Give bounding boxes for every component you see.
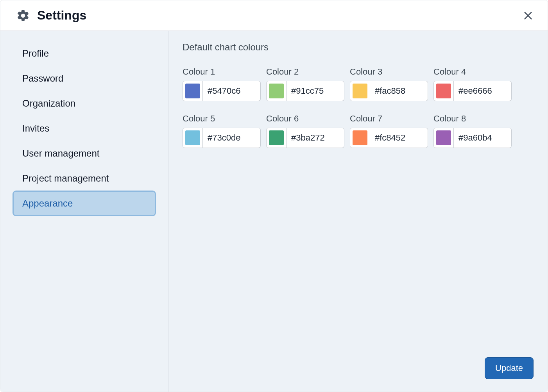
update-button[interactable]: Update <box>485 357 534 379</box>
sidebar-item-appearance[interactable]: Appearance <box>14 192 155 215</box>
colour-input-wrap <box>183 128 261 148</box>
colour-swatch-8[interactable] <box>433 128 454 148</box>
colour-input-wrap <box>183 81 261 101</box>
colour-cell-7: Colour 7 <box>350 114 428 148</box>
sidebar-item-user-management[interactable]: User management <box>14 142 155 165</box>
colour-hex-input-7[interactable] <box>370 128 428 148</box>
close-button[interactable] <box>523 10 534 21</box>
swatch-inner <box>436 84 451 98</box>
modal-body: Profile Password Organization Invites Us… <box>0 31 548 392</box>
settings-modal: Settings Profile Password Organization I… <box>0 0 548 392</box>
colour-cell-5: Colour 5 <box>183 114 261 148</box>
modal-header: Settings <box>0 0 548 31</box>
section-title: Default chart colours <box>183 42 534 53</box>
colour-input-wrap <box>433 128 512 148</box>
colour-label: Colour 7 <box>350 114 428 124</box>
colour-label: Colour 3 <box>350 67 428 77</box>
sidebar-item-organization[interactable]: Organization <box>14 92 155 115</box>
colour-swatch-5[interactable] <box>183 128 203 148</box>
sidebar-item-label: Organization <box>22 98 75 109</box>
swatch-inner <box>353 130 367 145</box>
colour-label: Colour 4 <box>433 67 512 77</box>
colour-swatch-7[interactable] <box>350 128 370 148</box>
swatch-inner <box>353 84 367 98</box>
colour-hex-input-6[interactable] <box>287 128 344 148</box>
sidebar-item-label: Password <box>22 73 63 84</box>
colour-swatch-4[interactable] <box>433 81 454 101</box>
colour-hex-input-5[interactable] <box>203 128 261 148</box>
colour-label: Colour 2 <box>266 67 344 77</box>
colour-swatch-6[interactable] <box>266 128 287 148</box>
swatch-inner <box>269 130 284 145</box>
sidebar-item-label: Appearance <box>22 198 73 208</box>
colour-hex-input-1[interactable] <box>203 81 261 101</box>
swatch-inner <box>269 84 284 98</box>
swatch-inner <box>185 84 200 98</box>
colour-swatch-1[interactable] <box>183 81 203 101</box>
sidebar-item-password[interactable]: Password <box>14 67 155 90</box>
gear-icon <box>16 9 30 23</box>
colour-hex-input-8[interactable] <box>454 128 512 148</box>
sidebar-item-profile[interactable]: Profile <box>14 42 155 65</box>
content-footer: Update <box>183 357 534 379</box>
sidebar-item-label: Profile <box>22 48 49 59</box>
swatch-inner <box>436 130 451 145</box>
colour-input-wrap <box>266 128 344 148</box>
colour-cell-8: Colour 8 <box>433 114 512 148</box>
modal-title: Settings <box>37 8 86 23</box>
colour-input-wrap <box>350 128 428 148</box>
colour-grid: Colour 1 Colour 2 <box>183 67 534 148</box>
colour-label: Colour 8 <box>433 114 512 124</box>
colour-cell-3: Colour 3 <box>350 67 428 101</box>
sidebar-item-label: Project management <box>22 173 109 184</box>
colour-cell-2: Colour 2 <box>266 67 344 101</box>
colour-hex-input-4[interactable] <box>454 81 512 101</box>
settings-sidebar: Profile Password Organization Invites Us… <box>0 31 168 392</box>
swatch-inner <box>185 130 200 145</box>
colour-swatch-2[interactable] <box>266 81 287 101</box>
sidebar-item-label: Invites <box>22 123 49 134</box>
colour-label: Colour 6 <box>266 114 344 124</box>
sidebar-item-invites[interactable]: Invites <box>14 117 155 140</box>
colour-label: Colour 1 <box>183 67 261 77</box>
sidebar-item-project-management[interactable]: Project management <box>14 167 155 190</box>
colour-swatch-3[interactable] <box>350 81 370 101</box>
sidebar-item-label: User management <box>22 148 99 159</box>
colour-cell-1: Colour 1 <box>183 67 261 101</box>
colour-cell-4: Colour 4 <box>433 67 512 101</box>
colour-input-wrap <box>266 81 344 101</box>
colour-hex-input-3[interactable] <box>370 81 428 101</box>
colour-input-wrap <box>350 81 428 101</box>
colour-label: Colour 5 <box>183 114 261 124</box>
colour-hex-input-2[interactable] <box>287 81 344 101</box>
settings-content: Default chart colours Colour 1 Colour 2 <box>168 31 548 392</box>
colour-cell-6: Colour 6 <box>266 114 344 148</box>
colour-input-wrap <box>433 81 512 101</box>
